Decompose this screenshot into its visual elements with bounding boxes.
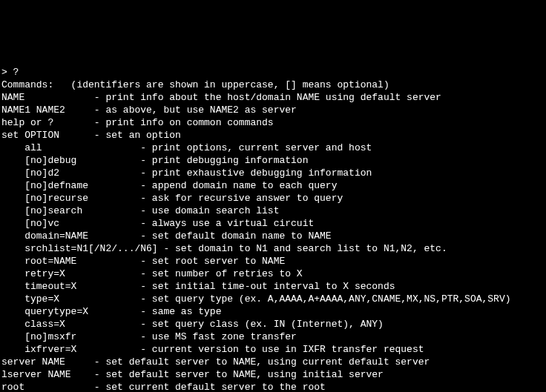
terminal-line: type=X - set query type (ex. A,AAAA,A+AA… xyxy=(1,293,545,305)
terminal-line: class=X - set query class (ex. IN (Inter… xyxy=(1,318,545,330)
terminal-line: root=NAME - set root server to NAME xyxy=(1,255,545,268)
terminal-line: set OPTION - set an option xyxy=(1,129,545,142)
terminal-line: timeout=X - set initial time-out interva… xyxy=(1,280,545,293)
terminal-line: [no]vc - always use a virtual circuit xyxy=(1,217,545,230)
terminal-line: NAME - print info about the host/domain … xyxy=(1,91,545,104)
terminal-line: [no]msxfr - use MS fast zone transfer xyxy=(1,330,545,343)
terminal-line: [no]d2 - print exhaustive debugging info… xyxy=(1,167,545,179)
terminal-line: srchlist=N1[/N2/.../N6] - set domain to … xyxy=(1,242,545,255)
terminal-line: domain=NAME - set default domain name to… xyxy=(1,230,545,242)
terminal-line: retry=X - set number of retries to X xyxy=(1,268,545,280)
terminal-line: querytype=X - same as type xyxy=(1,305,545,318)
terminal-line: all - print options, current server and … xyxy=(1,142,545,154)
terminal-output[interactable]: > ?Commands: (identifiers are shown in u… xyxy=(0,63,546,392)
terminal-line: [no]search - use domain search list xyxy=(1,205,545,217)
terminal-line: [no]recurse - ask for recursive answer t… xyxy=(1,192,545,205)
terminal-line: NAME1 NAME2 - as above, but use NAME2 as… xyxy=(1,104,545,116)
terminal-line: root - set current default server to the… xyxy=(1,381,545,392)
terminal-line: [no]debug - print debugging information xyxy=(1,154,545,167)
terminal-line: help or ? - print info on common command… xyxy=(1,116,545,129)
terminal-line: ixfrver=X - current version to use in IX… xyxy=(1,343,545,356)
terminal-line: > ? xyxy=(1,66,545,79)
terminal-line: lserver NAME - set default server to NAM… xyxy=(1,368,545,381)
terminal-line: [no]defname - append domain name to each… xyxy=(1,179,545,192)
terminal-line: Commands: (identifiers are shown in uppe… xyxy=(1,79,545,91)
terminal-line: server NAME - set default server to NAME… xyxy=(1,356,545,368)
